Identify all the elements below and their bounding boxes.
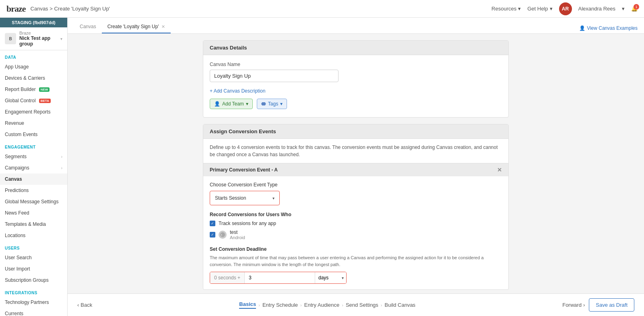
user-avatar[interactable]: AR xyxy=(559,2,572,15)
sidebar-item-engagement-reports[interactable]: Engagement Reports xyxy=(0,106,67,118)
close-tab-icon[interactable]: ✕ xyxy=(161,24,165,29)
step-chevron: › xyxy=(300,303,302,308)
track-any-app-row: Track sessions for any app xyxy=(210,221,502,226)
sidebar-item-custom-events[interactable]: Custom Events xyxy=(0,129,67,140)
user-name: Alexandra Rees xyxy=(578,6,616,12)
sidebar-item-app-usage[interactable]: App Usage xyxy=(0,61,67,72)
sidebar-section-data: DATA xyxy=(0,50,67,61)
main-layout: STAGING (fbd907dd) B Braze Nick Test app… xyxy=(0,18,644,316)
pce-header: Primary Conversion Event - A ✕ xyxy=(203,163,508,176)
event-type-select[interactable]: Starts Session Makes Purchase Performs C… xyxy=(212,193,278,203)
sidebar-item-user-import[interactable]: User Import xyxy=(0,263,67,275)
tags-button[interactable]: Tags ▾ xyxy=(257,99,287,109)
arrow-icon: › xyxy=(61,166,62,170)
test-app-row: t test Android xyxy=(210,229,502,240)
canvas-name-label: Canvas Name xyxy=(210,62,502,67)
step-entry-schedule[interactable]: Entry Schedule xyxy=(262,302,298,308)
sidebar-item-report-builder[interactable]: Report Builder NEW xyxy=(0,84,67,95)
app-group-icon: B xyxy=(5,33,16,44)
sidebar-item-user-search[interactable]: User Search xyxy=(0,252,67,263)
sidebar-item-segments[interactable]: Segments › xyxy=(0,151,67,162)
add-description-link[interactable]: + Add Canvas Description xyxy=(210,88,265,94)
top-nav: braze Canvas > Create 'Loyalty Sign Up' … xyxy=(0,0,644,18)
sidebar-item-templates-media[interactable]: Templates & Media xyxy=(0,219,67,230)
track-any-app-checkbox[interactable] xyxy=(210,221,215,226)
tab-bar-right: 👤 View Canvas Examples xyxy=(579,25,638,33)
forward-button[interactable]: Forward › xyxy=(562,302,585,308)
breadcrumb: Canvas > Create 'Loyalty Sign Up' xyxy=(31,6,110,12)
get-help-link[interactable]: Get Help ▾ xyxy=(527,6,552,12)
event-type-select-container: Starts Session Makes Purchase Performs C… xyxy=(212,193,278,203)
sidebar-item-predictions[interactable]: Predictions xyxy=(0,185,67,196)
team-icon: 👤 xyxy=(214,101,220,107)
chevron-down-icon: ▾ xyxy=(280,101,283,107)
conversion-events-header: Assign Conversion Events xyxy=(203,124,508,139)
chevron-down-icon: ▾ xyxy=(60,37,62,41)
sidebar-item-global-control[interactable]: Global Control BETA xyxy=(0,95,67,106)
deadline-number-input[interactable] xyxy=(245,272,315,283)
bottom-bar: ‹ Back Basics › Entry Schedule › Entry A… xyxy=(68,293,644,316)
tab-create-loyalty-label: Create 'Loyalty Sign Up' xyxy=(107,24,159,29)
view-canvas-examples-link[interactable]: 👤 View Canvas Examples xyxy=(579,25,638,31)
sidebar-item-global-message-settings[interactable]: Global Message Settings xyxy=(0,196,67,207)
staging-label: STAGING (fbd907dd) xyxy=(0,18,67,27)
sidebar-item-currents[interactable]: Currents xyxy=(0,308,67,316)
pce-body: Choose Conversion Event Type Starts Sess… xyxy=(203,176,508,289)
sidebar-item-technology-partners[interactable]: Technology Partners xyxy=(0,297,67,308)
deadline-title: Set Conversion Deadline xyxy=(210,246,502,252)
sidebar-item-locations[interactable]: Locations xyxy=(0,230,67,241)
app-info: test Android xyxy=(230,229,245,240)
save-draft-button[interactable]: Save as Draft xyxy=(589,298,634,312)
app-icon: t xyxy=(219,231,227,239)
sidebar-item-news-feed[interactable]: News Feed xyxy=(0,207,67,219)
new-badge: NEW xyxy=(39,87,50,92)
deadline-section: Set Conversion Deadline The maximum amou… xyxy=(210,246,502,284)
test-app-checkbox[interactable] xyxy=(210,232,215,238)
arrow-icon: › xyxy=(61,155,62,159)
canvas-details-card: Canvas Details Canvas Name + Add Canvas … xyxy=(203,40,509,118)
notification-badge: 1 xyxy=(634,4,639,10)
tab-canvas[interactable]: Canvas xyxy=(74,21,102,33)
chevron-down-icon: ▾ xyxy=(550,6,553,12)
sidebar-item-devices-carriers[interactable]: Devices & Carriers xyxy=(0,72,67,84)
app-group-text: Braze Nick Test app group xyxy=(19,31,57,47)
breadcrumb-steps: Basics › Entry Schedule › Entry Audience… xyxy=(239,301,415,309)
back-button[interactable]: ‹ Back xyxy=(77,302,92,308)
conversion-events-desc: Define up to 4 conversion events to trac… xyxy=(203,139,508,163)
resources-link[interactable]: Resources ▾ xyxy=(491,6,521,12)
app-group-switcher[interactable]: B Braze Nick Test app group ▾ xyxy=(0,27,67,50)
beta-badge: BETA xyxy=(39,99,51,103)
step-send-settings[interactable]: Send Settings xyxy=(346,302,378,308)
deadline-input-row: 0 seconds + days hours minutes seconds xyxy=(210,272,347,284)
step-chevron: › xyxy=(381,303,382,308)
chevron-down-icon[interactable]: ▾ xyxy=(622,6,625,12)
svg-text:t: t xyxy=(221,233,222,236)
sidebar-item-canvas[interactable]: Canvas xyxy=(0,173,67,185)
sidebar-item-campaigns[interactable]: Campaigns › xyxy=(0,162,67,173)
step-build-canvas[interactable]: Build Canvas xyxy=(385,302,416,308)
forward-icon: › xyxy=(583,302,585,308)
step-entry-audience[interactable]: Entry Audience xyxy=(304,302,339,308)
tags-row: 👤 Add Team ▾ Tags ▾ xyxy=(210,94,502,111)
step-basics[interactable]: Basics xyxy=(239,301,256,309)
deadline-unit-wrapper: days hours minutes seconds ▾ xyxy=(315,272,346,283)
notification-bell[interactable]: 🔔 1 xyxy=(631,6,638,12)
deadline-unit-select[interactable]: days hours minutes seconds xyxy=(315,272,346,283)
add-team-button[interactable]: 👤 Add Team ▾ xyxy=(210,99,253,109)
pce-close-button[interactable]: ✕ xyxy=(497,167,502,173)
tab-create-loyalty[interactable]: Create 'Loyalty Sign Up' ✕ xyxy=(102,21,171,33)
sidebar-item-subscription-groups[interactable]: Subscription Groups xyxy=(0,275,67,286)
breadcrumb-sep: > xyxy=(50,6,54,12)
canvas-name-group: Canvas Name xyxy=(210,62,502,82)
sidebar-item-revenue[interactable]: Revenue xyxy=(0,118,67,129)
breadcrumb-current: Create 'Loyalty Sign Up' xyxy=(54,6,110,12)
record-conversions-section: Record Conversions for Users Who Track s… xyxy=(210,212,502,240)
top-nav-right: Resources ▾ Get Help ▾ AR Alexandra Rees… xyxy=(491,2,638,15)
bottom-right: Forward › Save as Draft xyxy=(562,298,634,312)
tab-canvas-label: Canvas xyxy=(80,24,96,29)
track-any-app-label: Track sessions for any app xyxy=(219,221,276,226)
canvas-name-input[interactable] xyxy=(210,70,339,82)
breadcrumb-canvas-link[interactable]: Canvas xyxy=(31,6,48,12)
step-chevron: › xyxy=(342,303,343,308)
sidebar: STAGING (fbd907dd) B Braze Nick Test app… xyxy=(0,18,68,316)
